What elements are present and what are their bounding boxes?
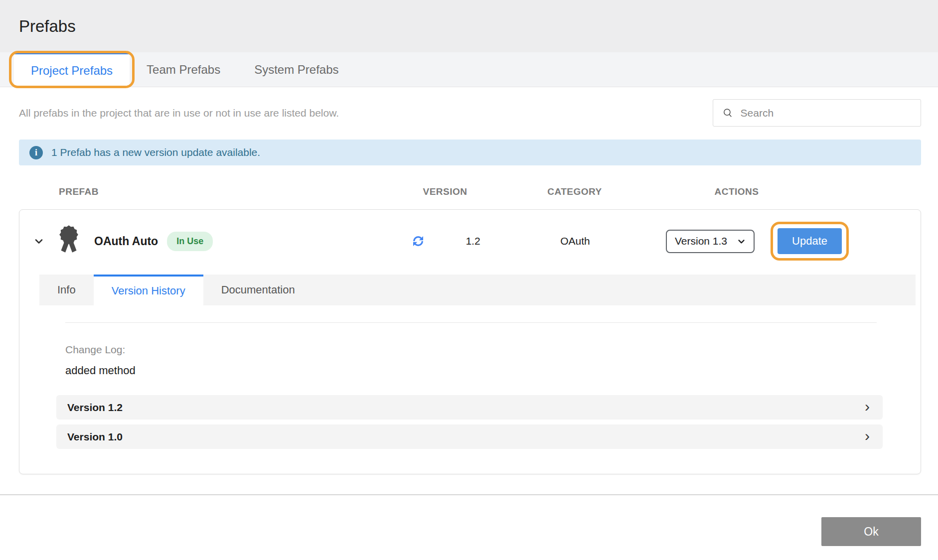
version-history-row-label: Version 1.2 xyxy=(67,402,123,414)
update-button[interactable]: Update xyxy=(778,228,842,254)
tab-team-prefabs[interactable]: Team Prefabs xyxy=(130,52,237,87)
main-tabbar: Project Prefabs Team Prefabs System Pref… xyxy=(0,52,938,87)
ok-button[interactable]: Ok xyxy=(821,517,921,546)
prefab-ribbon-icon xyxy=(53,223,84,260)
collapse-chevron-icon[interactable] xyxy=(32,235,45,248)
prefab-card: OAuth Auto In Use 1.2 OAuth Version 1.3 … xyxy=(19,209,921,474)
section-divider xyxy=(65,322,877,323)
prefab-table-row: OAuth Auto In Use 1.2 OAuth Version 1.3 … xyxy=(19,210,921,260)
search-input[interactable] xyxy=(741,107,912,119)
page-header: Prefabs xyxy=(0,0,938,52)
tab-system-prefabs[interactable]: System Prefabs xyxy=(237,52,355,87)
change-log-label: Change Log: xyxy=(65,344,921,356)
column-header-category: CATEGORY xyxy=(522,186,627,197)
detail-tabbar: Info Version History Documentation xyxy=(39,275,916,305)
search-box[interactable] xyxy=(713,99,921,127)
info-icon: i xyxy=(29,146,43,159)
version-history-list: Version 1.2 › Version 1.0 › xyxy=(56,395,883,449)
sync-icon[interactable] xyxy=(411,234,426,249)
column-header-version: VERSION xyxy=(368,186,522,197)
tab-project-prefabs[interactable]: Project Prefabs xyxy=(14,52,130,87)
tab-version-history[interactable]: Version History xyxy=(94,275,203,305)
prefab-name: OAuth Auto xyxy=(94,235,158,248)
table-header-row: PREFAB VERSION CATEGORY ACTIONS xyxy=(19,180,921,203)
page-title: Prefabs xyxy=(19,17,76,36)
column-header-prefab: PREFAB xyxy=(19,186,368,197)
version-history-row[interactable]: Version 1.2 › xyxy=(56,395,883,420)
version-select-dropdown[interactable]: Version 1.3 xyxy=(666,230,755,253)
tab-info[interactable]: Info xyxy=(39,275,94,305)
banner-message: 1 Prefab has a new version update availa… xyxy=(51,146,260,158)
update-available-banner: i 1 Prefab has a new version update avai… xyxy=(19,140,921,165)
column-header-actions: ACTIONS xyxy=(627,186,921,197)
tab-system-prefabs-label: System Prefabs xyxy=(254,63,338,77)
in-use-badge: In Use xyxy=(167,232,213,251)
version-history-row-label: Version 1.0 xyxy=(67,431,123,443)
main-content: All prefabs in the project that are in u… xyxy=(0,99,938,474)
dialog-footer: Ok xyxy=(0,495,938,546)
prefab-version-value: 1.2 xyxy=(466,235,480,247)
prefab-category-value: OAuth xyxy=(523,235,627,247)
tab-team-prefabs-label: Team Prefabs xyxy=(147,63,220,77)
version-history-row[interactable]: Version 1.0 › xyxy=(56,424,883,449)
chevron-down-icon xyxy=(737,237,746,246)
change-log-entry: added method xyxy=(65,364,921,377)
page-description: All prefabs in the project that are in u… xyxy=(19,107,339,119)
search-icon xyxy=(722,107,734,119)
tab-documentation[interactable]: Documentation xyxy=(203,275,313,305)
tab-project-prefabs-label: Project Prefabs xyxy=(31,64,113,78)
version-select-value: Version 1.3 xyxy=(675,235,727,247)
